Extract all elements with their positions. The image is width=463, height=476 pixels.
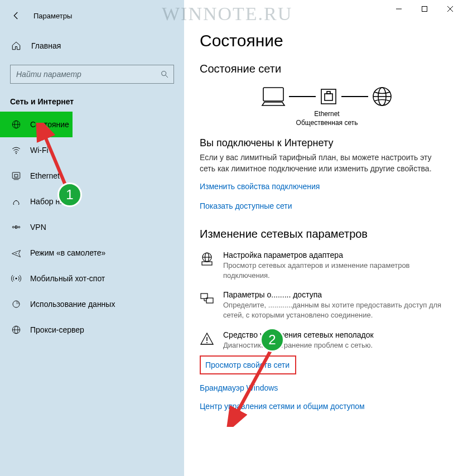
option-troubleshoot[interactable]: Средство устранения сетевых неполадок Ди… — [200, 330, 454, 350]
sharing-icon — [200, 291, 215, 320]
option-title: Настройка параметров адаптера — [223, 251, 446, 259]
svg-rect-11 — [15, 175, 18, 177]
nav-item-hotspot[interactable]: Мобильный хот-спот — [0, 266, 184, 291]
window-title: Параметры — [33, 12, 72, 20]
svg-rect-25 — [263, 88, 283, 101]
nav-item-wifi[interactable]: Wi-Fi — [0, 137, 184, 163]
main-content: Состояние Состояние сети Ethernet Общест… — [184, 0, 463, 476]
option-sharing[interactable]: Параметры о......... доступа Определите,… — [200, 290, 454, 320]
nav-item-dialup[interactable]: Набор н... — [0, 189, 184, 214]
link-view-props[interactable]: Просмотр свойств сети — [205, 360, 290, 369]
dialup-icon — [10, 195, 22, 208]
svg-point-13 — [13, 204, 15, 205]
home-label: Главная — [31, 41, 61, 50]
nav-label: Режим «в самолете» — [30, 248, 105, 257]
link-show-nets[interactable]: Показать доступные сети — [200, 201, 292, 210]
nav-item-datausage[interactable]: Использование данных — [0, 291, 184, 317]
nav-label: Мобильный хот-спот — [30, 274, 105, 283]
category-title: Сеть и Интернет — [10, 97, 184, 106]
diagram-line — [341, 96, 368, 97]
svg-point-4 — [162, 71, 166, 76]
svg-point-17 — [18, 227, 20, 228]
search-icon — [160, 70, 169, 79]
option-title: Средство устранения сетевых неполадок — [223, 330, 374, 339]
annotation-badge-2: 2 — [260, 328, 284, 352]
svg-rect-35 — [202, 262, 212, 265]
option-title: Параметры о......... доступа — [223, 290, 446, 299]
option-adapter[interactable]: Настройка параметров адаптера Просмотр с… — [200, 251, 454, 280]
airplane-icon — [10, 247, 22, 259]
maximize-button[interactable] — [412, 0, 437, 18]
nav-label: Прокси-сервер — [30, 325, 84, 334]
option-desc: Диагностика и устранение проблем с сетью… — [223, 340, 374, 350]
diagram-eth-label: Ethernet — [200, 110, 454, 119]
proxy-icon — [10, 324, 22, 336]
nav-item-vpn[interactable]: VPN — [0, 214, 184, 240]
minimize-button[interactable] — [386, 0, 412, 18]
network-diagram — [200, 85, 454, 108]
nav-label: VPN — [30, 223, 46, 232]
connected-title: Вы подключены к Интернету — [200, 137, 454, 149]
close-button[interactable] — [437, 0, 463, 18]
search-input[interactable] — [16, 70, 160, 79]
svg-point-14 — [16, 200, 17, 201]
wifi-icon — [10, 144, 22, 156]
diagram-eth-sub: Общественная сеть — [200, 119, 454, 128]
pc-icon — [261, 85, 286, 108]
svg-line-5 — [166, 75, 168, 78]
svg-point-15 — [18, 204, 20, 205]
home-icon — [11, 41, 21, 51]
annotation-badge-1: 1 — [57, 182, 82, 207]
svg-point-20 — [16, 278, 17, 280]
link-control-panel[interactable]: Центр управления сетями и общим доступом — [200, 402, 365, 411]
change-heading: Изменение сетевых параметров — [200, 228, 454, 241]
nav-item-ethernet[interactable]: Ethernet — [0, 163, 184, 189]
diagram-line — [289, 96, 316, 97]
diagram-caption: Ethernet Общественная сеть — [200, 110, 454, 127]
internet-globe-icon — [372, 86, 393, 107]
svg-rect-28 — [327, 92, 330, 94]
globe-icon — [10, 118, 22, 131]
nav-item-airplane[interactable]: Режим «в самолете» — [0, 240, 184, 266]
link-firewall[interactable]: Брандмауэр Windows — [200, 383, 278, 392]
titlebar: Параметры — [0, 4, 184, 27]
nav-label: Wi-Fi — [30, 146, 49, 155]
ethernet-plug-icon — [319, 87, 338, 106]
ethernet-icon — [10, 170, 22, 182]
option-desc: Определите, ............данным вы хотите… — [223, 300, 446, 320]
sidebar: Параметры Главная Сеть и Интернет Состоя… — [0, 0, 184, 476]
svg-rect-10 — [12, 172, 20, 179]
home-button[interactable]: Главная — [0, 35, 184, 57]
nav-list: Состояние Wi-Fi Ethernet Набор н... — [0, 112, 184, 343]
highlight-box: Просмотр свойств сети — [200, 355, 296, 374]
svg-point-41 — [206, 342, 208, 343]
nav-label: Ethernet — [30, 171, 60, 180]
nav-item-status[interactable]: Состояние — [0, 112, 73, 137]
svg-point-16 — [12, 227, 14, 228]
connected-body: Если у вас лимитный тарифный план, вы мо… — [200, 152, 445, 174]
page-title: Состояние — [200, 31, 454, 50]
status-heading: Состояние сети — [200, 62, 454, 75]
svg-rect-1 — [422, 7, 427, 12]
svg-point-9 — [16, 153, 17, 154]
option-desc: Просмотр сетевых адаптеров и изменение п… — [223, 261, 446, 280]
nav-label: Состояние — [30, 120, 69, 129]
window-controls — [386, 0, 463, 18]
nav-label: Использование данных — [30, 300, 115, 309]
svg-rect-27 — [325, 94, 332, 100]
search-box[interactable] — [10, 65, 174, 84]
datausage-icon — [10, 298, 22, 310]
hotspot-icon — [10, 272, 22, 285]
warning-icon — [200, 331, 215, 350]
vpn-icon — [10, 221, 22, 233]
link-change-props[interactable]: Изменить свойства подключения — [200, 182, 320, 191]
nav-item-proxy[interactable]: Прокси-сервер — [0, 317, 184, 343]
back-button[interactable] — [11, 11, 21, 21]
adapter-icon — [200, 252, 215, 280]
